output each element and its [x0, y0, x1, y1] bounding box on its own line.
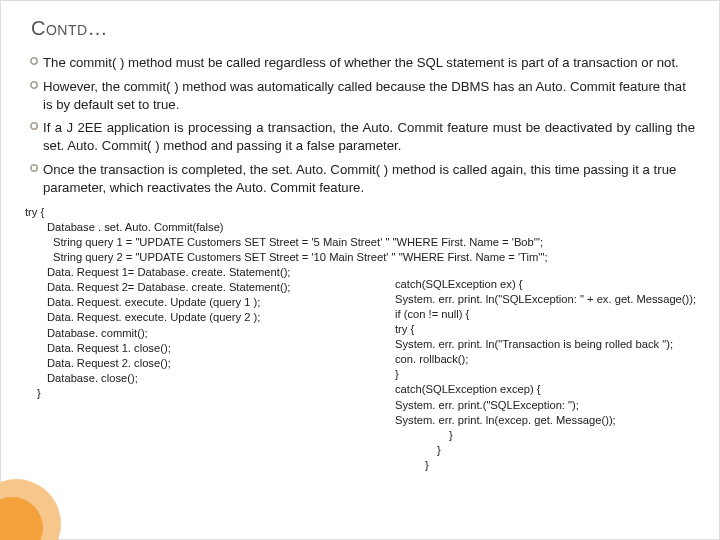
code-line: System. err. print. ln(excep. get. Messa…: [395, 413, 720, 428]
bullet-text: The commit( ) method must be called rega…: [43, 54, 695, 72]
bullet-ring-icon: [25, 121, 43, 131]
svg-point-0: [31, 58, 37, 64]
slide-title: Contd…: [31, 17, 695, 40]
list-item: If a J 2EE application is processing a t…: [25, 119, 695, 155]
bullet-ring-icon: [25, 56, 43, 66]
list-item: Once the transaction is completed, the s…: [25, 161, 695, 197]
code-line: try {: [25, 205, 695, 220]
code-line: }: [437, 443, 720, 458]
list-item: However, the commit( ) method was automa…: [25, 78, 695, 114]
code-block-right: catch(SQLException ex) { System. err. pr…: [395, 277, 720, 473]
bullet-ring-icon: [25, 80, 43, 90]
code-line: try {: [395, 322, 720, 337]
code-line: String query 2 = "UPDATE Customers SET S…: [53, 250, 695, 265]
bullet-text: However, the commit( ) method was automa…: [43, 78, 695, 114]
bullet-text: Once the transaction is completed, the s…: [43, 161, 695, 197]
slide: Contd… The commit( ) method must be call…: [0, 0, 720, 540]
code-line: String query 1 = "UPDATE Customers SET S…: [53, 235, 695, 250]
bullet-ring-icon: [25, 163, 43, 173]
code-line: }: [425, 458, 720, 473]
svg-point-1: [31, 82, 37, 88]
code-line: System. err. print. ln("Transaction is b…: [395, 337, 720, 352]
svg-point-2: [31, 123, 37, 129]
code-line: Database . set. Auto. Commit(false): [47, 220, 695, 235]
corner-ornament-icon: [1, 479, 61, 539]
bullet-list: The commit( ) method must be called rega…: [25, 54, 695, 197]
code-line: con. rollback();: [395, 352, 720, 367]
code-line: }: [449, 428, 720, 443]
svg-point-3: [31, 165, 37, 171]
bullet-text: If a J 2EE application is processing a t…: [43, 119, 695, 155]
code-line: if (con != null) {: [395, 307, 720, 322]
code-line: catch(SQLException excep) {: [395, 382, 720, 397]
code-line: }: [395, 367, 720, 382]
code-line: System. err. print. ln("SQLException: " …: [395, 292, 720, 307]
code-block: try { Database . set. Auto. Commit(false…: [25, 205, 695, 401]
code-line: System. err. print.("SQLException: ");: [395, 398, 720, 413]
list-item: The commit( ) method must be called rega…: [25, 54, 695, 72]
code-line: catch(SQLException ex) {: [395, 277, 720, 292]
